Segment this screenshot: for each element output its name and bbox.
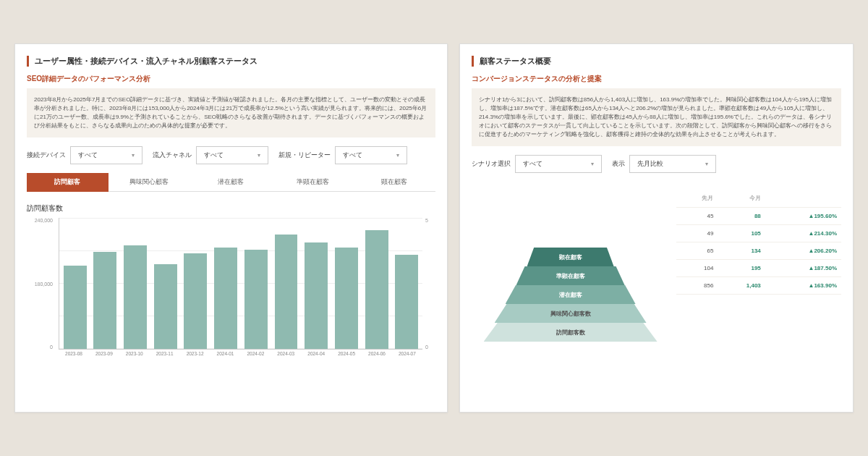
bar (275, 235, 298, 349)
filter-display-select[interactable]: 先月比較 ▾ (629, 155, 716, 173)
cell-curr: 195 (718, 260, 765, 277)
funnel-layer: 準顕在顧客 (516, 266, 625, 285)
filter-channel-label: 流入チャネル (153, 151, 192, 160)
x-tick: 2024-05 (331, 351, 362, 363)
x-tick: 2023-12 (180, 351, 210, 363)
chart-title: 訪問顧客数 (27, 203, 435, 214)
table-row: 65134▲206.20% (676, 242, 841, 260)
panel-title: 顧客ステータス概要 (472, 56, 841, 67)
filter-display-value: 先月比較 (637, 159, 663, 169)
cell-delta: ▲214.30% (765, 225, 841, 242)
cell-delta: ▲187.50% (765, 260, 841, 277)
y-axis: 240,000180,0000 (27, 218, 56, 350)
filter-row: 接続デバイス すべて ▾ 流入チャネル すべて ▾ 新規・リピーター すべて ▾ (27, 146, 435, 164)
funnel-chart: 顕在顧客準顕在顧客潜在顧客興味関心顧客数訪問顧客数 (472, 189, 669, 400)
table-row: 4588▲195.60% (676, 208, 841, 225)
table-head-curr: 今月 (718, 189, 765, 208)
filter-device-select[interactable]: すべて ▾ (70, 146, 142, 164)
filter-scenario-label: シナリオ選択 (472, 159, 511, 169)
filter-repeat-value: すべて (343, 151, 362, 160)
cell-prev: 45 (676, 208, 718, 225)
table-row: 8561,403▲163.90% (676, 277, 841, 295)
funnel-layer: 興味関心顧客数 (495, 304, 647, 323)
filter-repeat-label: 新規・リピーター (278, 151, 331, 160)
tab-3[interactable]: 準顕在顧客 (272, 173, 354, 192)
x-tick: 2023-08 (59, 351, 89, 363)
tab-1[interactable]: 興味関心顧客 (109, 173, 190, 192)
bar (154, 264, 177, 349)
x-tick: 2024-03 (271, 351, 301, 363)
cell-prev: 65 (676, 242, 718, 260)
panel-subtitle: コンバージョンステータスの分析と提案 (472, 74, 841, 84)
filter-row: シナリオ選択 すべて ▾ 表示 先月比較 ▾ (472, 155, 841, 173)
x-tick: 2024-04 (301, 351, 331, 363)
x-tick: 2023-09 (89, 351, 119, 363)
description-box: 2023年8月から2025年7月までのSEO詳細データに基づき、実績値と予測値が… (27, 88, 435, 138)
filter-channel-select[interactable]: すべて ▾ (196, 146, 268, 164)
y-axis-secondary: 50 (425, 218, 435, 350)
bar (124, 245, 147, 349)
panel-title: ユーザー属性・接続デバイス・流入チャネル別顧客ステータス (27, 56, 435, 67)
chart-plot-area (59, 218, 422, 350)
bar (64, 266, 87, 349)
bar-chart: 240,000180,0000 50 2023-082023-092023-10… (27, 218, 435, 363)
cell-curr: 105 (718, 225, 765, 242)
cell-delta: ▲163.90% (765, 277, 841, 295)
cell-curr: 134 (718, 242, 765, 260)
comparison-table: 先月 今月 4588▲195.60%49105▲214.30%65134▲206… (676, 189, 841, 400)
cell-curr: 1,403 (718, 277, 765, 295)
y-tick: 180,000 (27, 282, 53, 287)
tab-0[interactable]: 訪問顧客 (27, 173, 109, 192)
tab-2[interactable]: 潜在顧客 (190, 173, 272, 192)
cell-prev: 49 (676, 225, 718, 242)
y2-tick: 5 (425, 218, 435, 223)
panel-customer-status: ユーザー属性・接続デバイス・流入チャネル別顧客ステータス SEO詳細データのパフ… (14, 43, 448, 413)
cell-prev: 104 (676, 260, 718, 277)
bar (365, 230, 388, 349)
chevron-down-icon: ▾ (258, 152, 260, 159)
chevron-down-icon: ▾ (591, 161, 594, 167)
x-tick: 2024-07 (392, 351, 422, 363)
x-tick: 2024-06 (362, 351, 392, 363)
x-tick: 2024-01 (210, 351, 241, 363)
funnel-layer: 訪問顧客数 (484, 323, 658, 342)
y-tick: 240,000 (27, 218, 53, 223)
tab-bar: 訪問顧客興味関心顧客潜在顧客準顕在顧客顕在顧客 (27, 173, 435, 192)
filter-channel-value: すべて (204, 151, 224, 160)
funnel-layer: 潜在顧客 (506, 285, 636, 304)
filter-device-label: 接続デバイス (27, 151, 66, 160)
bar (93, 252, 116, 349)
bar (184, 253, 207, 349)
bar (395, 255, 418, 349)
filter-repeat-select[interactable]: すべて ▾ (335, 146, 407, 164)
filter-device-value: すべて (78, 151, 98, 160)
table-row: 104195▲187.50% (676, 260, 841, 277)
filter-scenario-value: すべて (523, 159, 542, 169)
filter-scenario-select[interactable]: すべて ▾ (515, 155, 602, 173)
x-tick: 2023-11 (150, 351, 180, 363)
y2-tick: 0 (425, 345, 435, 350)
y-tick: 0 (27, 345, 53, 350)
chevron-down-icon: ▾ (132, 152, 135, 159)
filter-display-label: 表示 (612, 159, 625, 169)
panel-status-summary: 顧客ステータス概要 コンバージョンステータスの分析と提案 シナリオ1から3におい… (459, 43, 854, 413)
x-tick: 2024-02 (240, 351, 271, 363)
cell-curr: 88 (718, 208, 765, 225)
funnel-layer: 顕在顧客 (527, 248, 614, 266)
x-tick: 2023-10 (119, 351, 150, 363)
panel-subtitle: SEO詳細データのパフォーマンス分析 (27, 74, 435, 84)
description-box: シナリオ1から3において、訪問顧客数は856人から1,403人に増加し、163.… (472, 88, 841, 146)
cell-delta: ▲195.60% (765, 208, 841, 225)
x-axis: 2023-082023-092023-102023-112023-122024-… (59, 351, 422, 363)
chevron-down-icon: ▾ (396, 152, 399, 159)
tab-4[interactable]: 顕在顧客 (354, 173, 435, 192)
table-row: 49105▲214.30% (676, 225, 841, 242)
bar (214, 248, 237, 349)
bar (305, 242, 328, 349)
bar (335, 248, 358, 349)
cell-delta: ▲206.20% (765, 242, 841, 260)
chevron-down-icon: ▾ (705, 161, 708, 167)
table-head-prev: 先月 (676, 189, 718, 208)
bar (244, 250, 268, 349)
cell-prev: 856 (676, 277, 718, 295)
